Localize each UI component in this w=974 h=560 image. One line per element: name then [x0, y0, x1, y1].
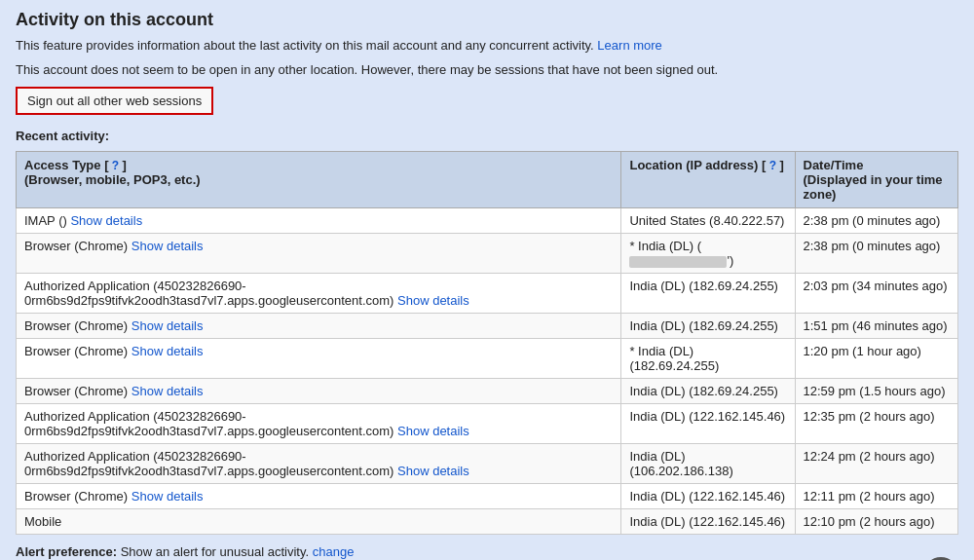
cell-access-type: Browser (Chrome) Show details: [17, 484, 621, 509]
table-row: Browser (Chrome) Show detailsIndia (DL) …: [17, 314, 958, 339]
table-row: Authorized Application (450232826690-0rm…: [17, 444, 958, 484]
show-details-link[interactable]: Show details: [131, 344, 204, 358]
table-row: Browser (Chrome) Show details* India (DL…: [17, 339, 958, 379]
cell-access-type: Authorized Application (450232826690-0rm…: [17, 404, 621, 444]
cell-datetime: 2:38 pm (0 minutes ago): [795, 234, 958, 274]
main-container: Activity on this account This feature pr…: [0, 0, 974, 560]
cell-datetime: 1:51 pm (46 minutes ago): [795, 314, 958, 339]
cell-datetime: 12:11 pm (2 hours ago): [795, 484, 958, 509]
cell-access-type: Authorized Application (450232826690-0rm…: [17, 274, 621, 314]
cell-access-type: Browser (Chrome) Show details: [17, 234, 621, 274]
show-details-link[interactable]: Show details: [397, 424, 469, 438]
alert-preference: Alert preference: Show an alert for unus…: [16, 544, 958, 559]
cell-access-type: Browser (Chrome) Show details: [17, 339, 621, 379]
table-row: Browser (Chrome) Show detailsIndia (DL) …: [17, 484, 958, 509]
show-details-link[interactable]: Show details: [131, 489, 204, 504]
cell-location: India (DL) (122.162.145.46): [621, 509, 795, 535]
show-details-link[interactable]: Show details: [131, 384, 204, 398]
cell-access-type: IMAP () Show details: [17, 208, 621, 234]
cell-location: India (DL) (182.69.24.255): [621, 314, 795, 339]
col-header-datetime: Date/Time (Displayed in your time zone): [795, 152, 958, 208]
cell-access-type: Authorized Application (450232826690-0rm…: [17, 444, 621, 484]
sign-out-button[interactable]: Sign out all other web sessions: [16, 87, 213, 115]
access-type-help-link[interactable]: ?: [108, 159, 122, 172]
show-details-link[interactable]: Show details: [397, 293, 469, 308]
feature-description: This feature provides information about …: [16, 38, 958, 53]
table-row: Authorized Application (450232826690-0rm…: [17, 404, 958, 444]
cell-location: India (DL) (106.202.186.138): [621, 444, 795, 484]
cell-datetime: 2:38 pm (0 minutes ago): [795, 208, 958, 234]
col-header-location: Location (IP address) [ ? ]: [621, 152, 795, 208]
cell-access-type: Browser (Chrome) Show details: [17, 379, 621, 404]
table-row: Browser (Chrome) Show details* India (DL…: [17, 234, 958, 274]
location-redacted: [629, 256, 727, 268]
table-row: IMAP () Show detailsUnited States (8.40.…: [17, 208, 958, 234]
table-row: Browser (Chrome) Show detailsIndia (DL) …: [17, 379, 958, 404]
learn-more-link[interactable]: Learn more: [597, 38, 661, 53]
cell-datetime: 12:59 pm (1.5 hours ago): [795, 379, 958, 404]
cell-datetime: 2:03 pm (34 minutes ago): [795, 274, 958, 314]
cell-location: India (DL) (122.162.145.46): [621, 404, 795, 444]
activity-table: Access Type [ ? ] (Browser, mobile, POP3…: [16, 151, 958, 535]
cell-location: India (DL) (182.69.24.255): [621, 274, 795, 314]
cell-location: * India (DL) ('): [621, 234, 795, 274]
table-row: MobileIndia (DL) (122.162.145.46)12:10 p…: [17, 509, 958, 535]
recent-activity-label: Recent activity:: [16, 129, 958, 143]
cell-location: * India (DL) (182.69.24.255): [621, 339, 795, 379]
cell-location: India (DL) (122.162.145.46): [621, 484, 795, 509]
cell-datetime: 12:35 pm (2 hours ago): [795, 404, 958, 444]
cell-access-type: Mobile: [17, 509, 621, 535]
cell-access-type: Browser (Chrome) Show details: [17, 314, 621, 339]
show-details-link[interactable]: Show details: [131, 239, 204, 253]
table-row: Authorized Application (450232826690-0rm…: [17, 274, 958, 314]
cell-datetime: 12:24 pm (2 hours ago): [795, 444, 958, 484]
session-info: This account does not seem to be open in…: [16, 62, 958, 77]
change-alert-link[interactable]: change: [313, 544, 355, 559]
show-details-link[interactable]: Show details: [70, 213, 142, 228]
cell-location: India (DL) (182.69.24.255): [621, 379, 795, 404]
cell-datetime: 1:20 pm (1 hour ago): [795, 339, 958, 379]
show-details-link[interactable]: Show details: [131, 318, 204, 333]
show-details-link[interactable]: Show details: [397, 464, 469, 478]
page-title: Activity on this account: [16, 10, 958, 30]
cell-datetime: 12:10 pm (2 hours ago): [795, 509, 958, 535]
cell-location: United States (8.40.222.57): [621, 208, 795, 234]
col-header-access-type: Access Type [ ? ] (Browser, mobile, POP3…: [17, 152, 621, 208]
location-help-link[interactable]: ?: [766, 159, 779, 172]
